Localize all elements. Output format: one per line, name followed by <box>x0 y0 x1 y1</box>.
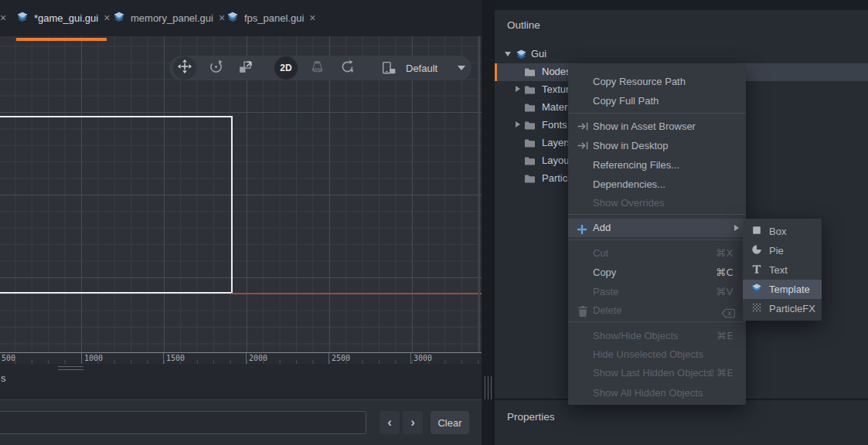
folder-icon <box>524 120 536 134</box>
submenu-item-text[interactable]: Text <box>743 260 822 280</box>
tab-label: memory_panel.gui <box>131 12 213 24</box>
submenu-item-template[interactable]: Template <box>743 280 822 299</box>
context-menu: Copy Resource Path Copy Full Path Show i… <box>568 64 746 405</box>
menu-item-label: Show/Hide Objects <box>593 330 679 341</box>
device-icon <box>378 61 398 76</box>
active-tab-indicator <box>16 38 107 41</box>
plus-icon <box>577 222 587 241</box>
menu-item-show-in-asset-browser[interactable]: Show in Asset Browser <box>568 117 746 136</box>
add-submenu: Box Pie Text Template ParticleFX <box>743 219 822 321</box>
submenu-item-label: ParticleFX <box>769 303 815 314</box>
shortcut-label: ⌘E <box>717 326 734 345</box>
horizontal-ruler: 500 1000 1500 2000 2500 3000 <box>0 352 482 364</box>
shortcut-label: ⇧⌘E <box>707 363 734 382</box>
menu-item-copy[interactable]: Copy ⌘C <box>568 263 746 282</box>
menu-item-label: Copy <box>593 267 616 278</box>
viewport-scrollbar[interactable] <box>478 36 480 352</box>
submenu-item-pie[interactable]: Pie <box>743 241 822 260</box>
clear-console-button[interactable]: Clear <box>431 411 469 434</box>
menu-item-copy-full-path[interactable]: Copy Full Path <box>568 91 746 110</box>
chevron-down-icon[interactable] <box>458 66 465 70</box>
tab-close-icon[interactable]: × <box>219 0 225 36</box>
properties-panel-title: Properties <box>507 411 555 423</box>
scale-icon <box>238 59 253 77</box>
submenu-item-box[interactable]: Box <box>743 222 822 241</box>
tree-label: Fonts <box>542 119 567 131</box>
ruler-label: 2500 <box>332 354 350 362</box>
folder-icon <box>524 173 536 187</box>
menu-item-label: Show in Asset Browser <box>593 121 696 132</box>
chevron-down-icon[interactable] <box>505 52 511 56</box>
vertical-splitter[interactable] <box>482 0 495 445</box>
submenu-item-label: Box <box>769 226 786 237</box>
submenu-item-particlefx[interactable]: ParticleFX <box>743 299 822 318</box>
menu-item-show-all-hidden: Show All Hidden Objects <box>568 383 746 403</box>
ruler-tick <box>163 353 164 365</box>
tab-label: fps_panel.gui <box>244 12 304 24</box>
menu-item-delete: Delete <box>568 301 746 320</box>
folder-icon <box>524 138 536 151</box>
tab-game-gui[interactable]: *game_gui.gui × <box>16 0 107 36</box>
submenu-item-label: Pie <box>769 245 784 256</box>
rotate-tool-button[interactable] <box>205 59 226 77</box>
offscreen-tab-close-icon[interactable]: × <box>0 0 12 36</box>
menu-item-label: Paste <box>593 286 618 297</box>
folder-icon <box>524 155 536 169</box>
tree-label: Nodes <box>542 66 571 77</box>
scene-viewport[interactable]: 2D Default <box>0 36 482 352</box>
outline-panel-title: Outline <box>507 19 540 31</box>
console-search-input[interactable] <box>0 411 366 434</box>
console-pane: s ‹ › Clear <box>0 364 482 445</box>
submenu-item-label: Template <box>769 284 810 295</box>
move-icon <box>178 59 192 76</box>
chevron-right-icon[interactable] <box>516 86 520 92</box>
menu-item-show-in-desktop[interactable]: Show in Desktop <box>568 136 746 155</box>
prev-match-button[interactable]: ‹ <box>380 411 400 434</box>
tab-label: *game_gui.gui <box>34 12 98 24</box>
ruler-tick <box>81 353 82 365</box>
menu-item-copy-resource-path[interactable]: Copy Resource Path <box>568 72 746 91</box>
chevron-left-icon: ‹ <box>387 415 392 430</box>
reset-camera-icon <box>340 59 355 77</box>
menu-item-dependencies[interactable]: Dependencies... <box>568 175 746 194</box>
box-icon <box>751 225 762 238</box>
reset-camera-button[interactable] <box>336 59 358 77</box>
tab-close-icon[interactable]: × <box>104 0 110 36</box>
menu-item-cut: Cut ⌘X <box>568 243 746 263</box>
tree-label: Gui <box>531 48 546 59</box>
tab-close-icon[interactable]: × <box>309 0 315 36</box>
submenu-item-label: Text <box>769 264 788 276</box>
splitter-handle <box>491 376 492 399</box>
viewport-toolbar: 2D Default <box>169 56 471 80</box>
menu-separator <box>568 321 746 322</box>
next-match-button[interactable]: › <box>403 411 423 434</box>
perspective-icon <box>310 59 325 77</box>
2d-mode-button[interactable]: 2D <box>274 56 298 80</box>
menu-item-show-last-hidden: Show Last Hidden Objects ⇧⌘E <box>568 363 746 382</box>
ruler-tick <box>328 353 329 365</box>
ruler-label: 500 <box>2 354 15 362</box>
tree-row-gui[interactable]: Gui <box>495 46 868 63</box>
tab-bar: × *game_gui.gui × memory_panel.gui × fps… <box>0 0 482 36</box>
pie-icon <box>751 244 762 257</box>
ruler-tick <box>410 353 411 365</box>
tab-fps-panel[interactable]: fps_panel.gui × <box>226 0 314 36</box>
folder-icon <box>524 84 536 98</box>
perspective-camera-button[interactable] <box>306 59 328 77</box>
menu-item-referencing-files[interactable]: Referencing Files... <box>568 155 746 175</box>
splitter-handle <box>488 376 488 399</box>
menu-separator <box>568 113 746 114</box>
ruler-label: 1000 <box>84 354 103 362</box>
menu-item-add[interactable]: Add <box>568 219 746 237</box>
ruler-label: 3000 <box>414 354 432 362</box>
folder-icon <box>524 102 536 116</box>
chevron-right-icon[interactable] <box>516 121 520 127</box>
horizontal-splitter-handle[interactable] <box>58 366 83 370</box>
scale-tool-button[interactable] <box>234 59 256 77</box>
console-text-fragment: s <box>1 372 6 384</box>
menu-item-paste: Paste ⌘V <box>568 282 746 301</box>
submenu-arrow-icon <box>734 225 739 231</box>
menu-item-show-overrides: Show Overrides <box>568 193 746 212</box>
tab-memory-panel[interactable]: memory_panel.gui × <box>113 0 221 36</box>
move-tool-button[interactable] <box>173 56 196 80</box>
